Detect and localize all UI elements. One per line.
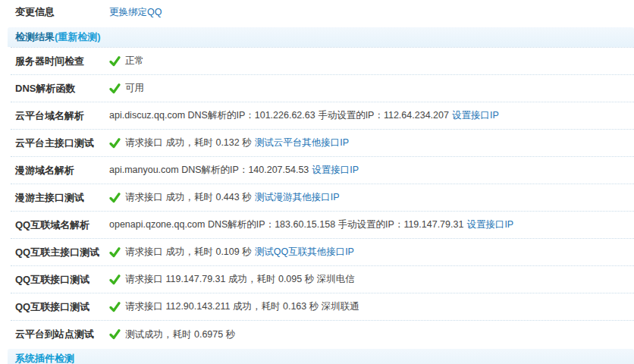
change-info-label: 变更信息 <box>11 5 109 19</box>
table-row: 漫游主接口测试请求接口 成功，耗时 0.443 秒测试漫游其他接口IP <box>11 184 634 212</box>
row-action-link[interactable]: 测试漫游其他接口IP <box>255 191 340 204</box>
check-icon <box>109 275 121 285</box>
table-row: 云平台到站点测试测试成功，耗时 0.6975 秒 <box>11 321 634 348</box>
cloud-check-page: 变更信息 更换绑定QQ 检测结果(重新检测) 服务器时间检查正常DNS解析函数可… <box>0 0 634 364</box>
row-label: 漫游域名解析 <box>11 164 109 177</box>
row-action-link[interactable]: 测试QQ互联其他接口IP <box>255 246 354 259</box>
system-plugins-title: 系统插件检测 <box>15 352 74 364</box>
row-text: api.discuz.qq.com DNS解析的IP：101.226.62.63… <box>109 109 449 122</box>
check-icon <box>109 193 121 203</box>
row-value: 请求接口 成功，耗时 0.132 秒测试云平台其他接口IP <box>109 136 634 149</box>
row-label: 云平台主接口测试 <box>11 136 109 150</box>
system-plugins-section-header: 系统插件检测 <box>8 349 634 364</box>
row-text: api.manyou.com DNS解析的IP：140.207.54.53 <box>109 164 309 177</box>
row-value: 正常 <box>109 55 634 67</box>
row-label: QQ互联接口测试 <box>11 273 109 287</box>
table-row: QQ互联接口测试请求接口 119.147.79.31 成功，耗时 0.095 秒… <box>11 266 634 293</box>
check-icon <box>109 56 121 67</box>
check-results-section-header: 检测结果(重新检测) <box>8 27 634 47</box>
row-label: 服务器时间检查 <box>11 55 109 68</box>
row-label: 云平台到站点测试 <box>11 328 109 341</box>
table-row: 云平台主接口测试请求接口 成功，耗时 0.132 秒测试云平台其他接口IP <box>11 130 634 157</box>
row-value: 请求接口 成功，耗时 0.109 秒测试QQ互联其他接口IP <box>109 246 634 259</box>
check-icon <box>109 138 121 149</box>
recheck-link[interactable]: (重新检测) <box>55 30 101 44</box>
row-label: 云平台域名解析 <box>11 109 109 123</box>
row-value: api.discuz.qq.com DNS解析的IP：101.226.62.63… <box>109 109 634 122</box>
row-text: 测试成功，耗时 0.6975 秒 <box>125 328 235 341</box>
table-row: 云平台域名解析api.discuz.qq.com DNS解析的IP：101.22… <box>11 102 634 130</box>
table-row: 漫游域名解析api.manyou.com DNS解析的IP：140.207.54… <box>11 157 634 184</box>
table-row: QQ互联主接口测试请求接口 成功，耗时 0.109 秒测试QQ互联其他接口IP <box>11 239 634 266</box>
row-text: 请求接口 112.90.143.211 成功，耗时 0.163 秒 深圳联通 <box>125 300 359 313</box>
change-bound-qq-link[interactable]: 更换绑定QQ <box>109 6 162 19</box>
check-icon <box>109 83 121 94</box>
table-row: QQ互联接口测试请求接口 112.90.143.211 成功，耗时 0.163 … <box>11 293 634 321</box>
check-icon <box>109 329 121 340</box>
row-label: 漫游主接口测试 <box>11 191 109 205</box>
row-action-link[interactable]: 设置接口IP <box>312 164 359 177</box>
table-row: DNS解析函数可用 <box>11 75 634 102</box>
row-label: QQ互联域名解析 <box>11 218 109 232</box>
row-label: QQ互联主接口测试 <box>11 246 109 259</box>
row-text: 请求接口 成功，耗时 0.132 秒 <box>125 136 252 149</box>
row-value: api.manyou.com DNS解析的IP：140.207.54.53设置接… <box>109 164 634 177</box>
table-row: 服务器时间检查正常 <box>11 48 634 75</box>
row-value: 请求接口 成功，耗时 0.443 秒测试漫游其他接口IP <box>109 191 634 204</box>
change-info-row: 变更信息 更换绑定QQ <box>11 0 634 24</box>
row-value: 请求接口 119.147.79.31 成功，耗时 0.095 秒 深圳电信 <box>109 273 634 286</box>
row-text: 请求接口 119.147.79.31 成功，耗时 0.095 秒 深圳电信 <box>125 273 355 286</box>
row-text: 请求接口 成功，耗时 0.109 秒 <box>125 246 252 259</box>
check-results-title: 检测结果 <box>15 30 55 44</box>
check-icon <box>109 247 121 258</box>
row-value: 可用 <box>109 82 634 95</box>
check-icon <box>109 302 121 312</box>
row-value: openapi.qzone.qq.com DNS解析的IP：183.60.15.… <box>109 218 634 231</box>
row-label: DNS解析函数 <box>11 82 109 96</box>
row-action-link[interactable]: 设置接口IP <box>466 218 513 231</box>
table-row: QQ互联域名解析openapi.qzone.qq.com DNS解析的IP：18… <box>11 212 634 239</box>
row-label: QQ互联接口测试 <box>11 300 109 314</box>
row-text: 可用 <box>125 82 144 95</box>
row-value: 测试成功，耗时 0.6975 秒 <box>109 328 634 341</box>
row-action-link[interactable]: 设置接口IP <box>452 109 499 122</box>
row-text: openapi.qzone.qq.com DNS解析的IP：183.60.15.… <box>109 218 463 231</box>
row-text: 请求接口 成功，耗时 0.443 秒 <box>125 191 252 204</box>
row-value: 请求接口 112.90.143.211 成功，耗时 0.163 秒 深圳联通 <box>109 300 634 313</box>
row-text: 正常 <box>125 55 144 67</box>
check-results-table: 服务器时间检查正常DNS解析函数可用云平台域名解析api.discuz.qq.c… <box>0 48 634 348</box>
row-action-link[interactable]: 测试云平台其他接口IP <box>255 136 349 149</box>
